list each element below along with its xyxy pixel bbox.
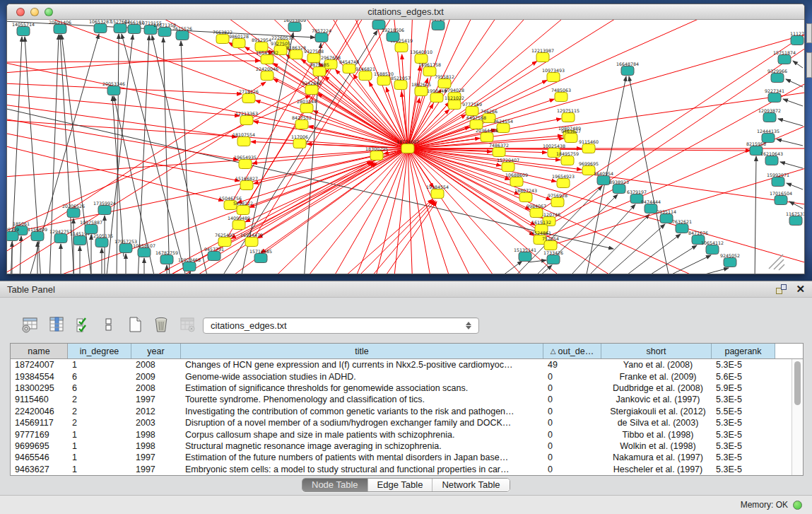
table-cell[interactable]: 5.3E-5 bbox=[712, 465, 775, 474]
graph-edge[interactable] bbox=[551, 168, 804, 245]
column-header-short[interactable]: short bbox=[601, 344, 712, 358]
table-row[interactable]: 969969511998Structural magnetic resonanc… bbox=[11, 440, 792, 452]
table-cell[interactable]: 2009 bbox=[131, 372, 181, 382]
graph-edge[interactable] bbox=[163, 37, 170, 274]
graph-edge[interactable] bbox=[778, 119, 803, 126]
column-header-name[interactable]: name bbox=[11, 344, 68, 358]
graph-node[interactable]: 20206526 bbox=[62, 204, 85, 218]
table-cell[interactable]: Yano et al. (2008) bbox=[601, 360, 712, 370]
citation-edge[interactable] bbox=[249, 148, 408, 208]
table-cell[interactable]: 9465546 bbox=[11, 452, 68, 462]
table-cell[interactable]: Tourette syndrome. Phenomenology and cla… bbox=[181, 395, 543, 404]
network-canvas[interactable]: 1872400776638229860128891295422260538932… bbox=[7, 20, 804, 274]
column-header-in_degree[interactable]: in_degree bbox=[68, 344, 131, 358]
table-cell[interactable]: 2008 bbox=[131, 383, 181, 393]
table-cell[interactable]: 0 bbox=[543, 430, 601, 440]
graph-node[interactable]: 10654112 bbox=[701, 240, 724, 255]
delete-column-icon[interactable] bbox=[152, 315, 170, 334]
show-columns-icon[interactable] bbox=[47, 315, 66, 334]
table-row[interactable]: 1938455462009Genome-wide association stu… bbox=[11, 370, 792, 382]
column-header-out_de[interactable]: △out_de… bbox=[543, 344, 601, 358]
hub-ray-edge[interactable] bbox=[408, 20, 804, 148]
table-cell[interactable]: Tibbo et al. (1998) bbox=[601, 430, 712, 440]
hub-ray-edge[interactable] bbox=[11, 20, 408, 148]
new-column-icon[interactable] bbox=[126, 315, 144, 334]
graph-node[interactable]: 15716485 bbox=[249, 249, 272, 263]
table-row[interactable]: 1830029562008Estimation of significance … bbox=[11, 382, 792, 394]
graph-node[interactable]: 11127 bbox=[790, 31, 804, 45]
table-cell[interactable]: 2003 bbox=[131, 418, 181, 428]
graph-node[interactable]: 7955812 bbox=[435, 74, 454, 88]
graph-node[interactable]: 9115460 bbox=[579, 139, 599, 153]
zoom-window-icon[interactable] bbox=[45, 8, 53, 16]
column-header-title[interactable]: title bbox=[181, 344, 543, 358]
table-cell[interactable]: Investigating the contribution of common… bbox=[181, 407, 543, 416]
table-cell[interactable]: Changes of HCN gene expression and I(f) … bbox=[181, 360, 543, 370]
graph-node[interactable]: 117006 bbox=[291, 134, 308, 148]
graph-node[interactable]: 16648784 bbox=[616, 62, 639, 76]
table-cell[interactable]: 2012 bbox=[131, 407, 181, 416]
table-cell[interactable]: 22420046 bbox=[11, 407, 68, 416]
table-cell[interactable]: 5.6E-5 bbox=[712, 372, 775, 382]
table-scrollbar[interactable] bbox=[792, 359, 803, 475]
hub-ray-edge[interactable] bbox=[408, 20, 804, 148]
table-cell[interactable]: 5.5E-5 bbox=[712, 407, 775, 416]
graph-edge[interactable] bbox=[7, 119, 238, 160]
table-cell[interactable]: 1 bbox=[68, 452, 131, 462]
graph-node[interactable]: 16543382 bbox=[256, 50, 278, 64]
graph-node[interactable]: 12213363 bbox=[235, 111, 258, 125]
graph-node[interactable]: 19384554 bbox=[426, 185, 449, 199]
table-cell[interactable]: 6 bbox=[68, 372, 131, 382]
graph-node[interactable]: 15166827 bbox=[235, 176, 258, 190]
table-cell[interactable]: 9777169 bbox=[11, 430, 68, 440]
table-cell[interactable]: Dudbridge et al. (2008) bbox=[601, 383, 712, 393]
graph-edge[interactable] bbox=[122, 34, 187, 274]
graph-node[interactable]: 1121022 bbox=[445, 95, 464, 110]
memory-ok-icon[interactable] bbox=[793, 501, 802, 510]
graph-node[interactable]: 9329966 bbox=[767, 69, 787, 83]
table-cell[interactable]: 1997 bbox=[131, 452, 181, 462]
hub-ray-edge[interactable] bbox=[297, 148, 408, 274]
table-cell[interactable]: Stergiakouli et al. (2012) bbox=[601, 407, 712, 416]
table-cell[interactable]: 5.3E-5 bbox=[712, 395, 775, 404]
table-row[interactable]: 977716911998Corpus callosum shape and si… bbox=[11, 428, 792, 440]
tab-network-table[interactable]: Network Table bbox=[433, 479, 509, 491]
table-cell[interactable]: 9699695 bbox=[11, 441, 68, 451]
tab-node-table[interactable]: Node Table bbox=[302, 479, 368, 491]
table-row[interactable]: 946362711997Embryonic stem cells: a mode… bbox=[11, 464, 792, 475]
select-columns-icon[interactable] bbox=[73, 315, 92, 334]
hub-ray-edge[interactable] bbox=[408, 148, 736, 274]
graph-node[interactable]: 16914479 bbox=[240, 233, 263, 247]
graph-node[interactable]: 12975115 bbox=[557, 108, 579, 122]
table-cell[interactable]: 6 bbox=[68, 383, 131, 393]
rows-icon[interactable] bbox=[100, 315, 118, 334]
table-row[interactable]: 946554611997Estimation of the future num… bbox=[11, 452, 792, 463]
graph-edge[interactable] bbox=[787, 183, 803, 189]
table-cell[interactable]: 0 bbox=[543, 407, 601, 416]
citation-edge[interactable] bbox=[258, 148, 408, 238]
table-cell[interactable]: Estimation of significance thresholds fo… bbox=[181, 383, 543, 393]
graph-node[interactable]: 17359924 bbox=[93, 201, 116, 215]
table-cell[interactable]: Estimation of the future numbers of pati… bbox=[181, 452, 543, 462]
tab-edge-table[interactable]: Edge Table bbox=[368, 479, 433, 491]
table-cell[interactable]: 2008 bbox=[131, 360, 181, 370]
table-cell[interactable]: 18724007 bbox=[11, 360, 68, 370]
hub-ray-edge[interactable] bbox=[408, 20, 804, 148]
table-settings-icon[interactable] bbox=[21, 315, 40, 334]
graph-node[interactable]: 14055714 bbox=[12, 22, 35, 36]
graph-node[interactable]: 9860128 bbox=[229, 34, 249, 48]
graph-node[interactable]: 18495759 bbox=[556, 151, 579, 165]
graph-node[interactable]: 8938923 bbox=[609, 180, 629, 194]
table-cell[interactable]: Corpus callosum shape and size in male p… bbox=[181, 430, 543, 440]
table-row[interactable]: 2242004622012Investigating the contribut… bbox=[11, 406, 792, 417]
graph-edge[interactable] bbox=[117, 34, 119, 274]
table-cell[interactable]: 5.9E-5 bbox=[712, 383, 775, 393]
graph-node[interactable]: 9227341 bbox=[765, 88, 784, 103]
table-cell[interactable]: 2 bbox=[68, 395, 131, 404]
table-cell[interactable]: Genome-wide association studies in ADHD. bbox=[181, 372, 543, 382]
float-window-icon[interactable] bbox=[776, 284, 787, 294]
table-row[interactable]: 1872400712008Changes of HCN gene express… bbox=[11, 359, 792, 370]
graph-node[interactable]: 12093872 bbox=[758, 108, 781, 122]
table-cell[interactable]: 14569117 bbox=[11, 418, 68, 428]
table-cell[interactable]: 9463627 bbox=[11, 465, 68, 474]
